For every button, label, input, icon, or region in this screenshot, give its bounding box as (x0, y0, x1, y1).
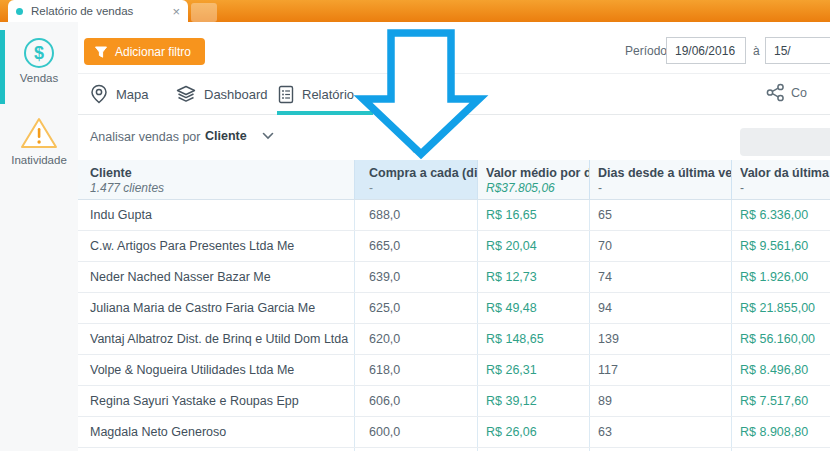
cell-dias-desde: 65 (590, 200, 732, 230)
column-label: Compra a cada (dias) (369, 166, 477, 180)
date-range-separator: à (753, 44, 760, 58)
period-label: Período (625, 44, 667, 58)
view-tabs: Mapa Dashboard Relatório (78, 74, 830, 115)
cell-dias-desde: 117 (590, 355, 732, 385)
sidebar-item-inatividade[interactable]: Inatividade (0, 116, 78, 166)
chevron-down-icon[interactable] (262, 132, 274, 140)
table-row[interactable]: Volpe & Nogueira Utilidades Ltda Me 618,… (78, 355, 830, 386)
cell-dias-desde: 94 (590, 293, 732, 323)
cell-valor-ultima: R$ 6.336,00 (732, 200, 830, 230)
cell-cliente: Neder Nached Nasser Bazar Me (78, 262, 355, 292)
column-header-compra-a-cada[interactable]: Compra a cada (dias) - (355, 160, 478, 199)
column-label: Cliente (90, 166, 354, 180)
table-row[interactable]: Indu Gupta 688,0 R$ 16,65 65 R$ 6.336,00 (78, 200, 830, 231)
tab-mapa[interactable]: Mapa (90, 74, 149, 114)
cell-compra-a-cada: 618,0 (355, 355, 478, 385)
table-row[interactable]: C.w. Artigos Para Presentes Ltda Me 665,… (78, 231, 830, 262)
cell-compra-a-cada: 625,0 (355, 293, 478, 323)
report-document-icon (278, 85, 294, 104)
add-filter-button[interactable]: Adicionar filtro (84, 38, 205, 65)
sidebar-item-vendas[interactable]: $ Vendas (0, 38, 78, 84)
cell-valor-ultima: R$ 7.517,60 (732, 386, 830, 416)
table-row[interactable]: Juliana Maria de Castro Faria Garcia Me … (78, 293, 830, 324)
cell-valor-ultima: R$ 1.926,00 (732, 262, 830, 292)
sort-desc-icon[interactable] (409, 147, 419, 153)
table-body: Indu Gupta 688,0 R$ 16,65 65 R$ 6.336,00… (78, 200, 830, 451)
table-header: Cliente 1.477 clientes Compra a cada (di… (78, 160, 830, 200)
column-subvalue: - (598, 181, 731, 195)
column-label: Dias desde a última venda (598, 166, 731, 180)
analyze-by-dropdown[interactable]: Cliente (205, 129, 247, 143)
cell-dias-desde: 70 (590, 231, 732, 261)
table-row[interactable]: Neder Nached Nasser Bazar Me 639,0 R$ 12… (78, 262, 830, 293)
column-header-valor-medio[interactable]: Valor médio por dia R$37.805,06 (478, 160, 590, 199)
add-filter-label: Adicionar filtro (115, 45, 191, 59)
column-subvalue: 1.477 clientes (90, 181, 354, 195)
cell-compra-a-cada: 606,0 (355, 386, 478, 416)
cell-valor-medio: R$ 20,04 (478, 231, 590, 261)
column-subvalue: R$37.805,06 (486, 181, 589, 195)
cell-compra-a-cada: 600,0 (355, 417, 478, 447)
table-row[interactable]: Vantaj Albatroz Dist. de Brinq e Utild D… (78, 324, 830, 355)
cell-cliente: Volpe & Nogueira Utilidades Ltda Me (78, 355, 355, 385)
date-from-value: 19/06/2016 (675, 44, 735, 58)
close-tab-icon[interactable]: × (172, 5, 180, 18)
table-row[interactable]: Regina Sayuri Yastake e Roupas Epp 606,0… (78, 386, 830, 417)
analyze-label: Analisar vendas por (90, 130, 200, 144)
map-pin-icon (90, 84, 108, 104)
cell-valor-medio: R$ 39,12 (478, 386, 590, 416)
cell-valor-medio: R$ 148,65 (478, 324, 590, 354)
sidebar-item-label: Inatividade (0, 154, 78, 166)
unsaved-dot-icon (16, 8, 23, 15)
cell-cliente: Vantaj Albatroz Dist. de Brinq e Utild D… (78, 324, 355, 354)
title-bar: Relatório de vendas × (0, 0, 830, 22)
dollar-circle-icon: $ (24, 38, 54, 68)
column-label: Valor médio por dia (486, 166, 589, 180)
search-box[interactable] (740, 128, 830, 156)
cell-dias-desde: 89 (590, 386, 732, 416)
cell-compra-a-cada: 665,0 (355, 231, 478, 261)
sidebar-item-label: Vendas (0, 72, 78, 84)
window-tab-relatorio-de-vendas[interactable]: Relatório de vendas × (8, 0, 188, 22)
cell-cliente: Indu Gupta (78, 200, 355, 230)
cell-valor-ultima: R$ 9.561,60 (732, 231, 830, 261)
column-header-valor-ultima[interactable]: Valor da última venda - (732, 160, 830, 199)
tab-dashboard[interactable]: Dashboard (176, 74, 268, 114)
share-button[interactable]: Co (766, 83, 807, 102)
share-label: Co (791, 86, 807, 100)
cell-valor-ultima: R$ 8.496,80 (732, 355, 830, 385)
share-icon (766, 83, 785, 102)
column-header-dias-desde[interactable]: Dias desde a última venda - (590, 160, 732, 199)
cell-valor-ultima: R$ 56.160,00 (732, 324, 830, 354)
date-to-input[interactable]: 15/ (765, 37, 830, 64)
cell-valor-medio: R$ 16,65 (478, 200, 590, 230)
cell-cliente: Juliana Maria de Castro Faria Garcia Me (78, 293, 355, 323)
app-window: Relatório de vendas × $ Vendas Inativida… (0, 0, 830, 451)
cell-dias-desde: 139 (590, 324, 732, 354)
cell-valor-ultima: R$ 8.908,80 (732, 417, 830, 447)
cell-cliente: C.w. Artigos Para Presentes Ltda Me (78, 231, 355, 261)
analyze-row: Analisar vendas por Cliente (78, 115, 830, 160)
column-subvalue: - (740, 181, 830, 195)
warning-triangle-icon (19, 116, 59, 150)
layers-icon (176, 85, 196, 103)
tab-label: Relatório (302, 87, 354, 102)
column-header-cliente[interactable]: Cliente 1.477 clientes (78, 160, 355, 199)
sales-report-table: Cliente 1.477 clientes Compra a cada (di… (78, 160, 830, 451)
cell-compra-a-cada: 639,0 (355, 262, 478, 292)
window-tab-title: Relatório de vendas (31, 5, 166, 17)
cell-dias-desde: 74 (590, 262, 732, 292)
date-to-value: 15/ (774, 44, 791, 58)
cell-valor-medio: R$ 12,73 (478, 262, 590, 292)
cell-dias-desde: 63 (590, 417, 732, 447)
filter-funnel-icon (94, 45, 108, 59)
cell-compra-a-cada: 620,0 (355, 324, 478, 354)
cell-valor-medio: R$ 26,06 (478, 417, 590, 447)
date-from-input[interactable]: 19/06/2016 15 (666, 37, 746, 64)
cell-compra-a-cada: 688,0 (355, 200, 478, 230)
cell-valor-ultima: R$ 21.855,00 (732, 293, 830, 323)
new-tab-area[interactable] (191, 3, 217, 22)
tab-relatorio[interactable]: Relatório (278, 74, 354, 114)
cell-valor-medio: R$ 26,31 (478, 355, 590, 385)
table-row[interactable]: Magdala Neto Generoso 600,0 R$ 26,06 63 … (78, 417, 830, 448)
